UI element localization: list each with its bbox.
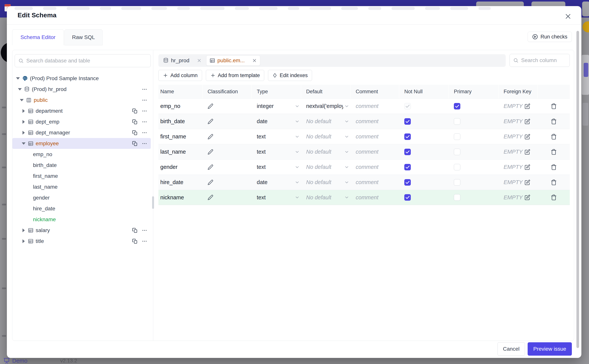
add-column-button[interactable]: Add column — [158, 70, 202, 81]
default-select[interactable]: No default — [301, 129, 351, 144]
tab-schema-editor[interactable]: Schema Editor — [12, 29, 64, 45]
tree-item--prod-prod-sample-instance[interactable]: (Prod) Prod Sample Instance — [12, 73, 151, 84]
comment-field[interactable]: comment — [351, 175, 399, 190]
demo-label[interactable]: Demo — [12, 358, 27, 364]
chevron-right-icon[interactable] — [21, 131, 27, 135]
default-select[interactable]: nextval('employ — [301, 99, 351, 114]
checkbox-unchecked[interactable] — [454, 194, 460, 201]
tree-item-gender[interactable]: gender — [12, 192, 151, 203]
default-select[interactable]: No default — [301, 114, 351, 129]
column-name-field[interactable]: emp_no — [158, 99, 203, 114]
edit-foreign-key-icon[interactable] — [525, 119, 530, 124]
more-actions-icon[interactable] — [141, 227, 148, 234]
edit-foreign-key-icon[interactable] — [525, 134, 530, 140]
close-tab-icon[interactable] — [197, 58, 202, 63]
type-select[interactable]: text — [252, 190, 301, 205]
tree-item-salary[interactable]: salary — [12, 225, 151, 236]
sidebar-scrollbar-thumb[interactable] — [152, 196, 154, 209]
checkbox-checked[interactable] — [404, 133, 411, 140]
duplicate-table-icon[interactable] — [132, 238, 138, 244]
duplicate-table-icon[interactable] — [132, 227, 138, 234]
comment-field[interactable]: comment — [351, 144, 399, 159]
classification-edit-icon[interactable] — [203, 190, 252, 205]
more-actions-icon[interactable] — [141, 238, 148, 244]
tree-item-hire_date[interactable]: hire_date — [12, 203, 151, 214]
edit-foreign-key-icon[interactable] — [525, 103, 530, 109]
tree-item-employee[interactable]: employee — [12, 138, 151, 149]
edit-foreign-key-icon[interactable] — [525, 195, 530, 200]
run-checks-button[interactable]: Run checks — [528, 32, 572, 42]
tree-item-nickname[interactable]: nickname — [12, 214, 151, 225]
more-actions-icon[interactable] — [141, 108, 148, 114]
column-name-field[interactable]: birth_date — [158, 114, 203, 129]
chevron-right-icon[interactable] — [21, 228, 27, 232]
trash-icon[interactable] — [551, 134, 557, 140]
checkbox-unchecked[interactable] — [454, 179, 460, 186]
checkbox-checked[interactable] — [404, 149, 411, 155]
duplicate-table-icon[interactable] — [132, 140, 138, 147]
edit-indexes-button[interactable]: Edit indexes — [268, 70, 312, 81]
classification-edit-icon[interactable] — [203, 175, 252, 190]
tree-item-public[interactable]: public — [12, 95, 151, 105]
duplicate-table-icon[interactable] — [132, 130, 138, 136]
tab-chip-public-employee[interactable]: public.em... — [206, 55, 260, 66]
type-select[interactable]: integer — [252, 99, 301, 114]
checkbox-unchecked[interactable] — [454, 164, 460, 170]
chevron-down-icon[interactable] — [17, 88, 23, 91]
trash-icon[interactable] — [551, 164, 557, 170]
chevron-down-icon[interactable] — [15, 77, 21, 80]
duplicate-table-icon[interactable] — [132, 119, 138, 125]
more-actions-icon[interactable] — [141, 97, 148, 103]
duplicate-table-icon[interactable] — [132, 108, 138, 114]
tree-item--prod-hr_prod[interactable]: (Prod) hr_prod — [12, 84, 151, 95]
checkbox-checked[interactable] — [404, 118, 411, 125]
checkbox-checked[interactable] — [404, 179, 411, 186]
column-name-field[interactable]: nickname — [158, 190, 203, 205]
default-select[interactable]: No default — [301, 160, 351, 175]
chevron-down-icon[interactable] — [21, 143, 27, 145]
trash-icon[interactable] — [551, 194, 557, 201]
checkbox-checked[interactable] — [404, 194, 411, 201]
preview-issue-button[interactable]: Preview issue — [528, 342, 572, 356]
tree-item-dept_manager[interactable]: dept_manager — [12, 127, 151, 138]
checkbox-unchecked[interactable] — [454, 133, 460, 140]
tab-raw-sql[interactable]: Raw SQL — [64, 29, 103, 45]
type-select[interactable]: text — [252, 160, 301, 175]
close-icon[interactable] — [564, 12, 572, 20]
column-name-field[interactable]: gender — [158, 160, 203, 175]
cancel-button[interactable]: Cancel — [497, 342, 525, 356]
edit-foreign-key-icon[interactable] — [525, 164, 530, 170]
comment-field[interactable]: comment — [351, 129, 399, 144]
type-select[interactable]: date — [252, 175, 301, 190]
tree-item-birth_date[interactable]: birth_date — [12, 160, 151, 171]
more-actions-icon[interactable] — [141, 119, 148, 125]
more-actions-icon[interactable] — [141, 130, 148, 136]
column-name-field[interactable]: last_name — [158, 144, 203, 159]
dialog-scrollbar-thumb[interactable] — [576, 31, 579, 348]
chevron-down-icon[interactable] — [19, 99, 25, 101]
column-name-field[interactable]: first_name — [158, 129, 203, 144]
edit-foreign-key-icon[interactable] — [525, 180, 530, 185]
column-search-input[interactable] — [521, 57, 566, 63]
database-search-input[interactable] — [26, 58, 147, 64]
classification-edit-icon[interactable] — [203, 114, 252, 129]
checkbox-checked[interactable] — [404, 164, 411, 170]
add-from-template-button[interactable]: Add from template — [206, 70, 264, 81]
comment-field[interactable]: comment — [351, 160, 399, 175]
classification-edit-icon[interactable] — [203, 160, 252, 175]
classification-edit-icon[interactable] — [203, 144, 252, 159]
tree-item-dept_emp[interactable]: dept_emp — [12, 116, 151, 127]
comment-field[interactable]: comment — [351, 114, 399, 129]
default-select[interactable]: No default — [301, 190, 351, 205]
tree-item-emp_no[interactable]: emp_no — [12, 149, 151, 160]
trash-icon[interactable] — [551, 103, 557, 109]
tree-item-last_name[interactable]: last_name — [12, 182, 151, 192]
tab-chip-hr-prod[interactable]: hr_prod — [160, 55, 205, 66]
type-select[interactable]: text — [252, 129, 301, 144]
classification-edit-icon[interactable] — [203, 99, 252, 114]
default-select[interactable]: No default — [301, 175, 351, 190]
comment-field[interactable]: comment — [351, 99, 399, 114]
tree-item-first_name[interactable]: first_name — [12, 171, 151, 182]
tree-item-department[interactable]: department — [12, 105, 151, 116]
chevron-right-icon[interactable] — [21, 109, 27, 113]
